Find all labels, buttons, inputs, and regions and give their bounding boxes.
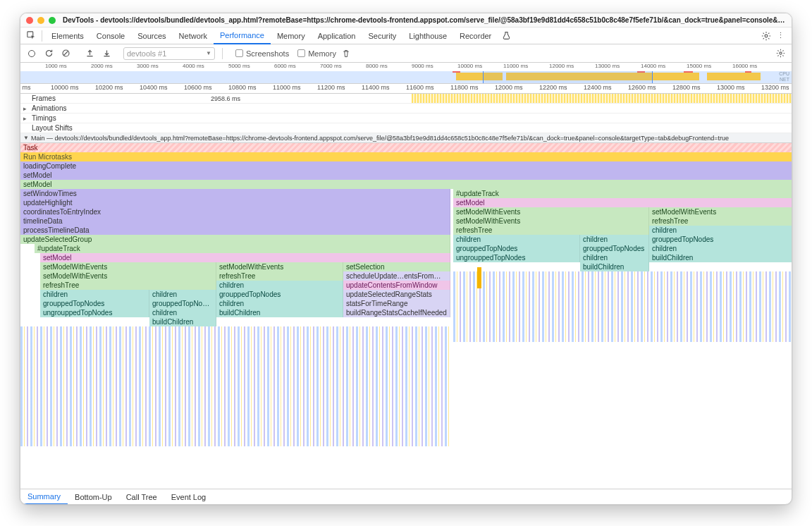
bottom-tab-summary[interactable]: Summary [20, 489, 68, 505]
flame-bar[interactable]: #updateTrack [453, 189, 792, 198]
flame-bar[interactable]: scheduleUpdate…entsFromWindow [343, 271, 450, 281]
flame-bar[interactable]: refreshTree [453, 226, 649, 235]
bottom-tab-call-tree[interactable]: Call Tree [119, 489, 164, 505]
flame-bar[interactable]: children [649, 226, 792, 235]
flame-bar[interactable]: children [40, 290, 149, 299]
flame-bar[interactable]: statsForTimeRange [343, 299, 450, 308]
flame-bar[interactable]: loadingComplete [20, 161, 792, 171]
science-icon[interactable] [499, 29, 513, 43]
flame-bar[interactable]: buildChildren [580, 262, 649, 271]
flame-bar[interactable]: #updateTrack [35, 244, 450, 253]
upload-icon[interactable] [82, 47, 97, 61]
capture-settings-icon[interactable] [773, 47, 787, 61]
expand-icon[interactable]: ▸ [20, 105, 29, 112]
flame-bar[interactable]: setModelWithEvents [216, 262, 343, 271]
tab-performance[interactable]: Performance [214, 27, 271, 44]
flame-bar[interactable]: buildChildren [649, 253, 792, 262]
screenshots-checkbox[interactable]: Screenshots [235, 49, 289, 58]
flame-bar[interactable]: refreshTree [40, 281, 216, 290]
record-icon[interactable] [25, 47, 39, 61]
flame-bar[interactable]: updateHighlight [20, 198, 450, 207]
main-track-label: Main — devtools://devtools/bundled/devto… [31, 135, 729, 142]
flame-bar[interactable]: ungrouppedTopNodes [453, 253, 580, 262]
flame-chart[interactable]: TaskRun MicrotasksloadingCompletesetMode… [20, 143, 792, 489]
overview-tick: 15000 ms [687, 63, 711, 69]
close-icon[interactable] [26, 17, 33, 24]
flame-bar[interactable]: setSelection [343, 262, 450, 271]
timeline-overview[interactable]: 1000 ms2000 ms3000 ms4000 ms5000 ms6000 … [20, 63, 792, 84]
flame-bar[interactable]: ungrouppedTopNodes [40, 308, 149, 317]
collapse-icon[interactable]: ▼ [23, 135, 29, 141]
detail-ruler[interactable]: 9800 ms10000 ms10200 ms10400 ms10600 ms1… [20, 84, 792, 94]
flame-bar[interactable]: processTimelineData [20, 226, 450, 235]
flame-bar[interactable]: children [216, 281, 343, 290]
flame-bar[interactable]: grouppedTopNodes [149, 299, 216, 308]
flame-bar[interactable]: children [580, 235, 649, 244]
flame-bar[interactable]: setModelWithEvents [649, 207, 792, 216]
inspect-element-icon[interactable] [25, 29, 39, 43]
flame-bar[interactable]: setModel [453, 198, 792, 207]
trash-icon[interactable] [339, 47, 353, 61]
tab-application[interactable]: Application [312, 27, 362, 44]
flame-bar[interactable]: setModel [40, 253, 450, 262]
tab-memory[interactable]: Memory [271, 27, 312, 44]
flame-bar[interactable]: setModelWithEvents [453, 207, 649, 216]
flame-bar[interactable]: refreshTree [649, 216, 792, 226]
overview-selection[interactable] [483, 71, 653, 83]
minimize-icon[interactable] [37, 17, 44, 24]
flame-bar[interactable]: coordinatesToEntryIndex [20, 207, 450, 216]
flame-bar[interactable]: setModelWithEvents [453, 216, 649, 226]
flame-bar[interactable]: setModelWithEvents [40, 271, 216, 281]
flame-bar[interactable]: grouppedTopNodes [40, 299, 149, 308]
flame-bar[interactable]: updateSelectedRangeStats [343, 290, 450, 299]
maximize-icon[interactable] [49, 17, 56, 24]
track-frames[interactable]: Frames 2958.6 ms [20, 94, 792, 104]
tab-console[interactable]: Console [90, 27, 131, 44]
flame-bar[interactable]: setWindowTimes [20, 189, 450, 198]
tab-recorder[interactable]: Recorder [453, 27, 498, 44]
clear-icon[interactable] [59, 47, 73, 61]
flame-bar[interactable]: setModel [20, 180, 792, 189]
tab-elements[interactable]: Elements [45, 27, 90, 44]
settings-icon[interactable] [759, 29, 773, 43]
flame-bar[interactable]: children [216, 299, 343, 308]
memory-checkbox[interactable]: Memory [297, 49, 336, 58]
flame-bar[interactable]: buildChildren [216, 308, 343, 317]
flame-bar[interactable]: buildChildren [149, 317, 216, 326]
tab-sources[interactable]: Sources [131, 27, 172, 44]
download-icon[interactable] [99, 47, 113, 61]
expand-icon[interactable]: ▸ [20, 115, 29, 122]
main-track-header[interactable]: ▼ Main — devtools://devtools/bundled/dev… [20, 133, 792, 143]
track-timings[interactable]: ▸Timings [20, 114, 792, 123]
bottom-tab-event-log[interactable]: Event Log [164, 489, 214, 505]
flame-bar[interactable]: children [149, 290, 216, 299]
more-icon[interactable]: ⋮ [773, 29, 787, 43]
ruler-tick: 11800 ms [450, 84, 479, 91]
reload-icon[interactable] [42, 47, 56, 61]
flame-bar[interactable]: timelineData [20, 216, 450, 226]
tab-security[interactable]: Security [362, 27, 402, 44]
flame-bar[interactable]: children [453, 235, 580, 244]
flame-bar[interactable]: grouppedTopNodes [453, 244, 580, 253]
bottom-tab-bottom-up[interactable]: Bottom-Up [68, 489, 119, 505]
flame-bar[interactable]: children [580, 253, 649, 262]
flame-bar[interactable]: setModelWithEvents [40, 262, 216, 271]
flame-bar[interactable]: grouppedTopNodes [580, 244, 649, 253]
flame-bar[interactable]: Task [20, 143, 792, 152]
flame-bar[interactable]: buildRangeStatsCacheIfNeeded [343, 308, 450, 317]
tab-lighthouse[interactable]: Lighthouse [402, 27, 453, 44]
flame-bar[interactable]: children [649, 244, 792, 253]
flame-bar[interactable]: updateSelectedGroup [20, 235, 450, 244]
profile-select[interactable]: devtools #1 ▼ [123, 47, 215, 60]
flame-bar[interactable]: setModel [20, 171, 792, 180]
flame-bar[interactable]: grouppedTopNodes [216, 290, 343, 299]
flame-bar[interactable]: Run Microtasks [20, 152, 792, 161]
tab-network[interactable]: Network [173, 27, 214, 44]
flame-bar[interactable]: refreshTree [216, 271, 343, 281]
overview-tick: 4000 ms [183, 63, 204, 69]
flame-bar[interactable]: children [149, 308, 216, 317]
track-layout-shifts[interactable]: Layout Shifts [20, 123, 792, 133]
flame-bar[interactable]: updateContentsFromWindow [343, 281, 450, 290]
track-animations[interactable]: ▸Animations [20, 104, 792, 114]
flame-bar[interactable]: grouppedTopNodes [649, 235, 792, 244]
